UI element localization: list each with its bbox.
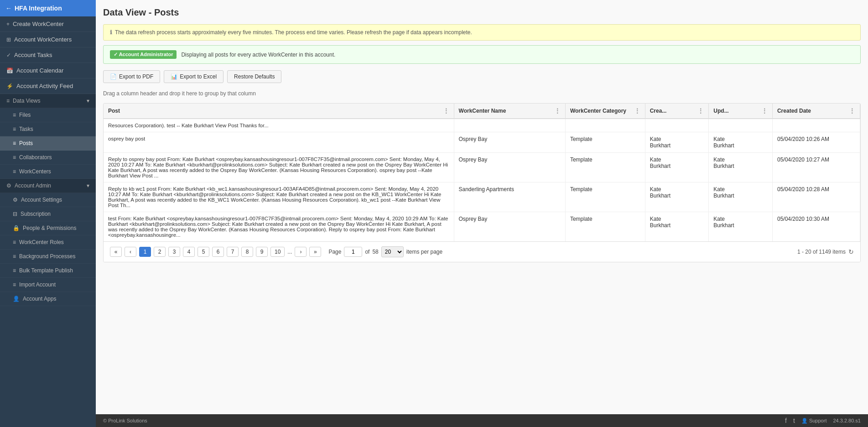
sidebar-item-account-settings[interactable]: ⚙ Account Settings — [0, 193, 96, 207]
col-header-created[interactable]: Crea... ⋮ — [645, 104, 709, 119]
table-cell-created-date: 05/04/2020 10:28 AM — [772, 182, 860, 212]
pagination-first-button[interactable]: « — [110, 247, 122, 257]
table-cell-updated: Kate Burkhart — [709, 132, 773, 153]
table-row[interactable]: Reply to osprey bay post From: Kate Burk… — [104, 153, 860, 182]
sidebar-section-label: Data Views — [13, 98, 40, 104]
plus-icon: + — [6, 21, 10, 27]
sidebar-item-workcenters[interactable]: ≡ WorkCenters — [0, 165, 96, 179]
sidebar-item-account-workcenters[interactable]: ⊞ Account WorkCenters — [0, 32, 96, 47]
col-menu-updated[interactable]: ⋮ — [761, 107, 768, 115]
sidebar-section-label: Account Admin — [15, 182, 51, 189]
table-cell-workcenter-name: Osprey Bay — [454, 212, 565, 242]
sidebar-item-workcenter-roles[interactable]: ≡ WorkCenter Roles — [0, 235, 96, 250]
col-label-updated: Upd... — [713, 108, 728, 114]
sidebar-header[interactable]: ← HFA Integration — [0, 0, 96, 16]
col-header-workcenter-category[interactable]: WorkCenter Category ⋮ — [565, 104, 645, 119]
col-menu-post[interactable]: ⋮ — [443, 107, 449, 115]
main-content: Data View - Posts ℹ The data refresh pro… — [96, 0, 868, 427]
col-header-updated[interactable]: Upd... ⋮ — [709, 104, 773, 119]
import-icon: ≡ — [13, 281, 16, 288]
table-row[interactable]: test From: Kate Burkhart <ospreybay.kans… — [104, 212, 860, 242]
sidebar-item-create-workcenter[interactable]: + Create WorkCenter — [0, 16, 96, 32]
sidebar-item-files[interactable]: ≡ Files — [0, 108, 96, 122]
gear-icon: ⚙ — [6, 182, 11, 189]
sidebar-item-tasks[interactable]: ≡ Tasks — [0, 122, 96, 136]
excel-icon: 📊 — [171, 73, 177, 80]
sidebar-item-label: Tasks — [19, 126, 33, 132]
sidebar-item-subscription[interactable]: ⊟ Subscription — [0, 207, 96, 221]
table-cell-post: osprey bay post — [104, 132, 454, 153]
sidebar-item-posts[interactable]: ≡ Posts — [0, 136, 96, 151]
sidebar-item-account-calendar[interactable]: 📅 Account Calendar — [0, 63, 96, 78]
refresh-icon[interactable]: ↻ — [848, 248, 854, 255]
table-cell-created-date: 05/04/2020 10:26 AM — [772, 132, 860, 153]
pagination-page-3[interactable]: 3 — [168, 247, 180, 257]
col-header-workcenter-name[interactable]: WorkCenter Name ⋮ — [454, 104, 565, 119]
pagination-page-5[interactable]: 5 — [198, 247, 209, 257]
info-alert: ℹ The data refresh process starts approx… — [103, 24, 861, 41]
pagination-page-label: Page — [328, 249, 341, 255]
pagination-last-button[interactable]: » — [309, 247, 321, 257]
sidebar-item-background-processes[interactable]: ≡ Background Processes — [0, 250, 96, 264]
data-table-wrapper: Post ⋮ WorkCenter Name ⋮ — [103, 103, 861, 262]
table-row[interactable]: osprey bay postOsprey BayTemplateKate Bu… — [104, 132, 860, 153]
bulk-pub-icon: ≡ — [13, 267, 16, 274]
pagination-ellipsis: ... — [287, 249, 292, 255]
file-icon: ≡ — [13, 112, 16, 118]
restore-defaults-button[interactable]: Restore Defaults — [227, 70, 281, 83]
col-label-post: Post — [108, 108, 120, 114]
sidebar-item-account-apps[interactable]: 👤 Account Apps — [0, 292, 96, 306]
admin-alert: ✓ Account Administrator Displaying all p… — [103, 45, 861, 64]
subscription-icon: ⊟ — [13, 211, 17, 217]
admin-badge: ✓ Account Administrator — [110, 50, 177, 59]
table-row[interactable]: Resources Corporation). test -- Kate Bur… — [104, 119, 860, 132]
sidebar-item-account-activity-feed[interactable]: ⚡ Account Activity Feed — [0, 78, 96, 94]
sidebar-section-account-admin[interactable]: ⚙ Account Admin ▾ — [0, 179, 96, 193]
sidebar-item-collaborators[interactable]: ≡ Collaborators — [0, 151, 96, 165]
pagination-next-button[interactable]: › — [295, 247, 307, 257]
page-title: Data View - Posts — [103, 7, 861, 18]
pagination-page-1[interactable]: 1 — [139, 247, 151, 257]
facebook-icon[interactable]: f — [785, 417, 787, 424]
pagination-page-2[interactable]: 2 — [154, 247, 166, 257]
pagination-page-7[interactable]: 7 — [227, 247, 239, 257]
sidebar-item-import-account[interactable]: ≡ Import Account — [0, 278, 96, 292]
admin-alert-text: Displaying all posts for every active Wo… — [181, 52, 335, 58]
chevron-down-icon: ▾ — [87, 182, 89, 189]
support-link[interactable]: 👤 Support — [801, 418, 827, 424]
info-alert-text: The data refresh process starts approxim… — [115, 29, 472, 36]
col-menu-created-date[interactable]: ⋮ — [849, 107, 855, 115]
sidebar-item-people-permissions[interactable]: 🔒 People & Permissions — [0, 221, 96, 235]
col-menu-workcenter-category[interactable]: ⋮ — [634, 107, 640, 115]
pagination-page-6[interactable]: 6 — [212, 247, 224, 257]
pagination-prev-button[interactable]: ‹ — [125, 247, 136, 257]
table-row[interactable]: Reply to kb wc1 post From: Kate Burkhart… — [104, 182, 860, 212]
table-cell-created — [645, 119, 709, 132]
col-menu-workcenter-name[interactable]: ⋮ — [554, 107, 561, 115]
lightning-icon: ⚡ — [6, 83, 13, 89]
sidebar-item-label: Account Calendar — [16, 67, 63, 74]
lock-icon: 🔒 — [13, 225, 20, 231]
export-excel-button[interactable]: 📊 Export to Excel — [164, 70, 223, 83]
pagination-page-4[interactable]: 4 — [183, 247, 195, 257]
col-header-created-date[interactable]: Created Date ⋮ — [772, 104, 860, 119]
export-pdf-button[interactable]: 📄 Export to PDF — [103, 70, 160, 83]
col-header-post[interactable]: Post ⋮ — [104, 104, 454, 119]
pagination-page-9[interactable]: 9 — [256, 247, 268, 257]
per-page-select[interactable]: 20 50 100 — [381, 246, 404, 257]
toolbar: 📄 Export to PDF 📊 Export to Excel Restor… — [103, 70, 861, 83]
pagination-page-8[interactable]: 8 — [241, 247, 253, 257]
sidebar-section-data-views[interactable]: ≡ Data Views ▾ — [0, 94, 96, 108]
support-person-icon: 👤 — [801, 418, 808, 423]
twitter-icon[interactable]: t — [793, 417, 795, 424]
sidebar-item-label: Files — [19, 112, 31, 118]
sidebar-item-label: People & Permissions — [23, 225, 76, 231]
sidebar-item-account-tasks[interactable]: ✓ Account Tasks — [0, 47, 96, 63]
pagination-page-10[interactable]: 10 — [270, 247, 285, 257]
info-icon: ℹ — [110, 29, 112, 36]
footer-version: 24.3.2.80.s1 — [833, 418, 861, 423]
col-menu-created[interactable]: ⋮ — [697, 107, 704, 115]
sidebar-item-label: Account WorkCenters — [14, 36, 72, 43]
sidebar-item-bulk-template-publish[interactable]: ≡ Bulk Template Publish — [0, 264, 96, 278]
pagination-page-input[interactable] — [344, 247, 362, 257]
